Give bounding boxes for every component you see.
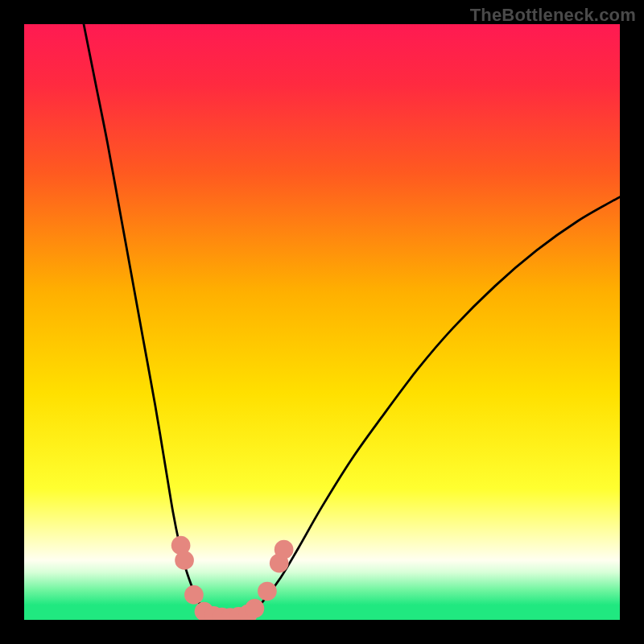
gradient-background: [24, 24, 620, 620]
chart-svg: [24, 24, 620, 620]
marker-dot: [258, 582, 277, 601]
marker-dot: [175, 551, 194, 570]
chart-stage: TheBottleneck.com: [0, 0, 644, 644]
plot-area: [24, 24, 620, 620]
marker-dot: [275, 540, 294, 559]
marker-dot: [184, 585, 204, 605]
watermark-text: TheBottleneck.com: [470, 5, 636, 26]
marker-dot: [246, 599, 265, 618]
